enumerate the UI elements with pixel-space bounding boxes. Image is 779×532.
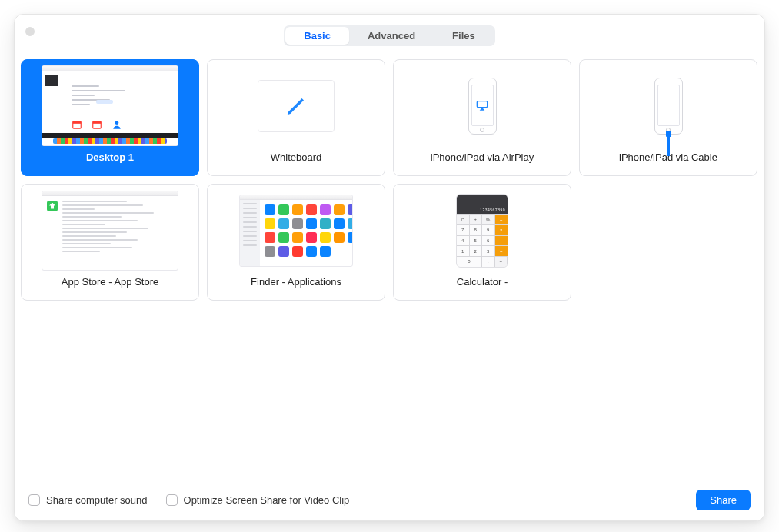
optimize-video-checkbox[interactable]: Optimize Screen Share for Video Clip [166, 494, 350, 506]
tab-files[interactable]: Files [434, 27, 494, 45]
source-label: Calculator - [457, 276, 508, 288]
share-button[interactable]: Share [696, 490, 751, 510]
airplay-icon [476, 100, 488, 111]
source-calculator[interactable]: 1234567890 C±%÷ 789× 456− 123+ 0.= Calcu… [393, 184, 571, 301]
calculator-preview: 1234567890 C±%÷ 789× 456− 123+ 0.= [413, 191, 551, 270]
calendar-icon [72, 119, 82, 130]
source-label: Whiteboard [271, 151, 321, 163]
checkbox-icon [166, 494, 178, 506]
close-window-button[interactable] [25, 27, 35, 36]
source-label: Desktop 1 [86, 151, 134, 163]
source-iphone-cable[interactable]: iPhone/iPad via Cable [579, 59, 757, 176]
share-sources-grid: Desktop 1 Whiteboard [21, 59, 758, 301]
checkbox-icon [28, 494, 40, 506]
iphone-cable-preview [599, 66, 737, 145]
svg-rect-1 [73, 121, 82, 124]
calendar-icon [92, 119, 102, 130]
source-whiteboard[interactable]: Whiteboard [207, 59, 385, 176]
svg-point-4 [115, 121, 119, 125]
titlebar: Basic Advanced Files [15, 15, 764, 48]
footer: Share computer sound Optimize Screen Sha… [15, 479, 764, 520]
share-sound-checkbox[interactable]: Share computer sound [28, 494, 148, 506]
source-label: Finder - Applications [251, 276, 341, 288]
source-label: iPhone/iPad via AirPlay [431, 151, 534, 163]
svg-rect-3 [93, 121, 102, 124]
source-finder-applications[interactable]: Finder - Applications [207, 184, 385, 301]
source-iphone-airplay[interactable]: iPhone/iPad via AirPlay [393, 59, 571, 176]
source-label: App Store - App Store [62, 276, 158, 288]
source-desktop-1[interactable]: Desktop 1 [21, 59, 199, 176]
iphone-airplay-preview [413, 66, 551, 145]
finder-preview [227, 191, 365, 270]
cable-line-icon [667, 135, 670, 156]
share-screen-dialog: Basic Advanced Files [14, 14, 765, 521]
share-sources: Desktop 1 Whiteboard [15, 48, 764, 479]
checkbox-label: Share computer sound [46, 494, 148, 506]
pencil-icon [285, 95, 308, 118]
app-store-preview [41, 191, 179, 270]
tab-advanced[interactable]: Advanced [349, 27, 434, 45]
person-icon [112, 119, 122, 130]
tab-basic[interactable]: Basic [285, 27, 349, 45]
source-app-store[interactable]: App Store - App Store [21, 184, 199, 301]
whiteboard-preview [227, 66, 365, 145]
checkbox-label: Optimize Screen Share for Video Clip [184, 494, 350, 506]
app-store-icon [47, 201, 58, 211]
svg-rect-5 [477, 101, 487, 107]
desktop-1-preview [41, 66, 179, 145]
tab-selector: Basic Advanced Files [284, 25, 494, 46]
